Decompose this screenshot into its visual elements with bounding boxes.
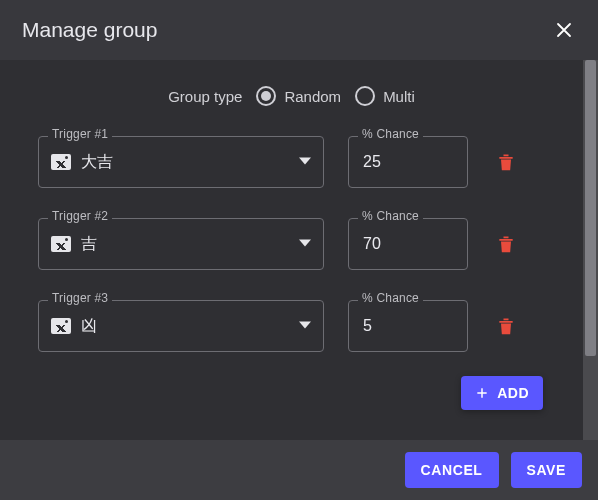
chevron-down-icon xyxy=(299,154,311,170)
field-label: % Chance xyxy=(358,291,423,305)
save-button-label: SAVE xyxy=(527,462,567,478)
cancel-button[interactable]: CANCEL xyxy=(405,452,499,488)
trash-icon xyxy=(496,315,516,337)
modal-footer: CANCEL SAVE xyxy=(0,440,598,500)
chance-value: 5 xyxy=(363,317,372,335)
chance-value: 25 xyxy=(363,153,381,171)
chance-input[interactable]: % Chance 25 xyxy=(348,136,468,188)
group-type-row: Group type Random Multi xyxy=(38,86,545,106)
image-icon xyxy=(51,318,71,334)
scrollbar[interactable] xyxy=(583,60,598,440)
field-label: Trigger #3 xyxy=(48,291,112,305)
save-button[interactable]: SAVE xyxy=(511,452,583,488)
chance-value: 70 xyxy=(363,235,381,253)
close-button[interactable] xyxy=(552,18,576,42)
plus-icon xyxy=(475,386,489,400)
delete-button[interactable] xyxy=(492,136,516,188)
radio-icon xyxy=(256,86,276,106)
close-icon xyxy=(555,21,573,39)
delete-button[interactable] xyxy=(492,218,516,270)
modal-body-wrap: Group type Random Multi Trigger #1 xyxy=(0,60,598,440)
group-type-option-multi[interactable]: Multi xyxy=(355,86,415,106)
add-button[interactable]: ADD xyxy=(461,376,543,410)
manage-group-modal: Manage group Group type Random Multi xyxy=(0,0,598,500)
trigger-name-text: 大吉 xyxy=(81,152,113,173)
delete-button[interactable] xyxy=(492,300,516,352)
group-type-option-random[interactable]: Random xyxy=(256,86,341,106)
trigger-row: Trigger #1 大吉 % Chance 25 xyxy=(38,136,545,188)
field-label: % Chance xyxy=(358,209,423,223)
cancel-button-label: CANCEL xyxy=(421,462,483,478)
group-type-option-label: Random xyxy=(284,88,341,105)
trigger-row: Trigger #2 吉 % Chance 70 xyxy=(38,218,545,270)
trash-icon xyxy=(496,233,516,255)
trigger-name-text: 凶 xyxy=(81,316,97,337)
chevron-down-icon xyxy=(299,318,311,334)
modal-title: Manage group xyxy=(22,18,157,42)
trash-icon xyxy=(496,151,516,173)
add-row: ADD xyxy=(38,376,543,410)
image-icon xyxy=(51,236,71,252)
modal-header: Manage group xyxy=(0,0,598,60)
field-label: Trigger #1 xyxy=(48,127,112,141)
field-label: % Chance xyxy=(358,127,423,141)
modal-body: Group type Random Multi Trigger #1 xyxy=(0,60,583,440)
group-type-label: Group type xyxy=(168,88,242,105)
radio-icon xyxy=(355,86,375,106)
field-label: Trigger #2 xyxy=(48,209,112,223)
trigger-select[interactable]: Trigger #1 大吉 xyxy=(38,136,324,188)
add-button-label: ADD xyxy=(497,385,529,401)
trigger-row: Trigger #3 凶 % Chance 5 xyxy=(38,300,545,352)
image-icon xyxy=(51,154,71,170)
chance-input[interactable]: % Chance 5 xyxy=(348,300,468,352)
group-type-option-label: Multi xyxy=(383,88,415,105)
trigger-select[interactable]: Trigger #3 凶 xyxy=(38,300,324,352)
chevron-down-icon xyxy=(299,236,311,252)
chance-input[interactable]: % Chance 70 xyxy=(348,218,468,270)
trigger-select[interactable]: Trigger #2 吉 xyxy=(38,218,324,270)
trigger-name-text: 吉 xyxy=(81,234,97,255)
